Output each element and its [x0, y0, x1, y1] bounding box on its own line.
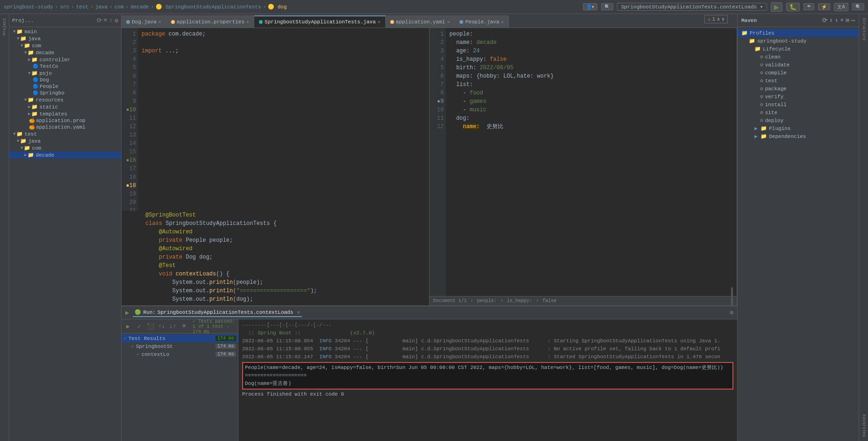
tab-close[interactable]: ✕ — [501, 19, 504, 25]
list-button[interactable]: ≡ — [179, 322, 189, 331]
tree-item-decade[interactable]: ▼ 📁 decade — [9, 49, 121, 56]
console-output[interactable]: --------[---[-[--[---/-[-/--- :: Spring … — [238, 319, 737, 441]
tab-close[interactable]: ✕ — [447, 19, 450, 25]
check-button[interactable]: ✓ — [135, 322, 144, 331]
folder-icon: ▶ 📁 — [754, 133, 767, 139]
coverage-button[interactable]: ☂ — [803, 3, 814, 10]
maven-validate[interactable]: ⚙ validate — [738, 61, 859, 69]
tree-item-test-com[interactable]: ▼ 📁 com — [9, 145, 121, 152]
tab-springboot-test[interactable]: SpringbootStudyApplicationTests.java ✕ — [254, 15, 386, 28]
tab-close[interactable]: ✕ — [378, 19, 380, 25]
maven-install[interactable]: ⚙ install — [738, 101, 859, 108]
tree-item-static[interactable]: ▶ 📁 static — [9, 103, 121, 110]
debug-button[interactable]: 🐛 — [786, 3, 800, 11]
stop-button[interactable]: ⬛ — [146, 322, 155, 331]
run-play-button[interactable]: ▶ — [125, 309, 129, 317]
gear-icon: ⚙ — [760, 101, 763, 108]
maven-compile[interactable]: ⚙ compile — [738, 69, 859, 77]
profiles-label: Profiles — [750, 30, 775, 36]
sort-asc-button[interactable]: ↑↓ — [157, 322, 166, 331]
upload-icon[interactable]: ⬆ — [835, 17, 839, 24]
maven-site[interactable]: ⚙ site — [738, 108, 859, 116]
tree-item-test-decade[interactable]: ▶ 📁 decade — [9, 152, 121, 159]
doc-status: Document 1/1 — [433, 298, 467, 304]
right-code-area[interactable]: 1 2 3 4 5 6 7 8 ●9 10 11 12 people: name… — [430, 28, 737, 296]
tree-item-pojo[interactable]: ▼ 📁 pojo — [9, 70, 121, 77]
run-button[interactable]: ▶ — [771, 2, 782, 12]
console-line-1: 2022-06-05 11:15:00.954 INFO 34204 --- [… — [242, 337, 733, 345]
maven-m-icon[interactable]: m — [846, 17, 849, 24]
git-button[interactable]: 👤▾ — [583, 3, 597, 10]
rerun-button[interactable]: ▶ — [123, 322, 133, 331]
project-icon[interactable]: Project — [1, 16, 8, 37]
run-tab[interactable]: 🟢 Run: SpringbootStudyApplicationTests.c… — [133, 308, 301, 317]
bc-springboot[interactable]: springboot-study — [4, 4, 53, 10]
tab-appyaml[interactable]: application.yaml ✕ — [386, 15, 455, 28]
tree-item-templates[interactable]: ▶ 📁 templates — [9, 110, 121, 117]
translate-button[interactable]: 文A — [834, 3, 848, 11]
left-code-main: @SpringBootTest class SpringbootStudyApp… — [122, 211, 429, 305]
settings-run-icon[interactable]: ⚙ — [730, 309, 733, 316]
tree-item-controller[interactable]: ▶ 📁 controller — [9, 56, 121, 63]
tree-item-com[interactable]: ▼ 📁 com — [9, 42, 121, 49]
maven-deploy[interactable]: ⚙ deploy — [738, 116, 859, 124]
tree-item-appprop[interactable]: 🍊 application.prop — [9, 117, 121, 124]
run-item-results[interactable]: ✓ Test Results 174 ms — [122, 334, 238, 342]
add-icon[interactable]: + — [840, 17, 844, 24]
sort-icon[interactable]: ↕ — [109, 17, 113, 24]
run-item-contextloads[interactable]: ✓ contextLo 174 ms — [122, 350, 238, 358]
tree-item-test-java[interactable]: ▼ 📁 java — [9, 137, 121, 145]
maven-plugins[interactable]: ▶ 📁 Plugins — [738, 124, 859, 132]
tree-item-people[interactable]: 🔵 People — [9, 83, 121, 90]
tree-item-java[interactable]: ▼ 📁 java — [9, 35, 121, 42]
check-icon: ✓ — [123, 335, 127, 341]
maven-lifecycle[interactable]: 📁 Lifecycle — [738, 45, 859, 53]
tab-close[interactable]: ✕ — [158, 19, 161, 25]
global-search-button[interactable]: 🔍 — [852, 3, 864, 10]
search-button[interactable]: 🔍 — [601, 3, 613, 10]
left-code-area[interactable]: 12345 6789 ●10 1112131415 ●16 1718 ●18 1… — [122, 28, 429, 211]
gear-icon: ⚙ — [760, 70, 763, 76]
time-badge: 174 ms — [215, 352, 236, 357]
refresh-icon[interactable]: ⟳ — [822, 17, 827, 24]
maven-package[interactable]: ⚙ package — [738, 85, 859, 93]
maven-dependencies[interactable]: ▶ 📁 Dependencies — [738, 132, 859, 140]
collapse-icon[interactable]: ≡ — [104, 17, 108, 24]
settings-icon[interactable]: ⚙ — [115, 17, 118, 24]
maven-verify[interactable]: ⚙ verify — [738, 93, 859, 101]
tree-item-testco[interactable]: 🔵 TestCo — [9, 63, 121, 70]
run-results: ✓ Test Results 174 ms ✓ SpringbootSt 174… — [122, 333, 238, 441]
structure-tab[interactable]: Structure — [861, 16, 867, 43]
maven-more-icon[interactable]: ⋯ — [851, 17, 855, 24]
maven-clean[interactable]: ⚙ clean — [738, 53, 859, 61]
main-layout: Project Proj... ⟳ ≡ ↕ ⚙ ▼ 📁 main ▼ � — [0, 14, 868, 441]
maven-profiles[interactable]: 📁 Profiles — [738, 29, 859, 37]
tree-item-springbo[interactable]: 🔵 Springbo — [9, 90, 121, 96]
sync-icon[interactable]: ⟳ — [97, 17, 102, 24]
run-toolbar: ▶ ✓ ⬛ ↑↓ ↓↑ ≡ ✓ Tests passed: 1 of 1 tes… — [122, 319, 238, 333]
tab-close-run[interactable]: ✕ — [297, 309, 300, 315]
tree-item-main[interactable]: ▼ 📁 main — [9, 28, 121, 35]
tree-item-test[interactable]: ▼ 📁 test — [9, 130, 121, 137]
run-config[interactable]: SpringbootStudyApplicationTests.contextL… — [617, 3, 768, 11]
profile-button[interactable]: ⚡ — [818, 3, 830, 10]
maven-header: Maven ⟳ ⬇ ⬆ + m ⋯ — [738, 14, 859, 27]
tab-dog[interactable]: Dog.java ✕ — [122, 15, 166, 28]
sort-desc-button[interactable]: ↓↑ — [168, 322, 178, 331]
right-editor-pane: ⚠ 1 ∧ ∨ 1 2 3 4 5 6 7 8 ●9 — [430, 28, 738, 305]
run-item-springboot[interactable]: ✓ SpringbootSt 174 ms — [122, 342, 238, 350]
tab-close[interactable]: ✕ — [246, 19, 249, 25]
maven-springboot-study[interactable]: 📁 springboot-study — [738, 37, 859, 45]
tree-item-resources[interactable]: ▼ 📁 resources — [9, 96, 121, 103]
favorites-tab[interactable]: Favorites — [861, 412, 867, 439]
bottom-tab-bar: ▶ 🟢 Run: SpringbootStudyApplicationTests… — [122, 306, 737, 319]
tree-item-dog[interactable]: 🔵 Dog — [9, 77, 121, 83]
folder-icon: 📁 — [741, 30, 748, 36]
gear-icon: ⚙ — [760, 62, 763, 68]
maven-panel: Maven ⟳ ⬇ ⬆ + m ⋯ 📁 Profiles 📁 springboo… — [737, 14, 859, 441]
maven-test[interactable]: ⚙ test — [738, 77, 859, 85]
download-icon[interactable]: ⬇ — [829, 17, 833, 24]
tab-people[interactable]: People.java ✕ — [455, 15, 509, 28]
tree-item-appyaml[interactable]: 🍊 application.yaml — [9, 124, 121, 130]
tab-appprop[interactable]: application.properties ✕ — [166, 15, 254, 28]
